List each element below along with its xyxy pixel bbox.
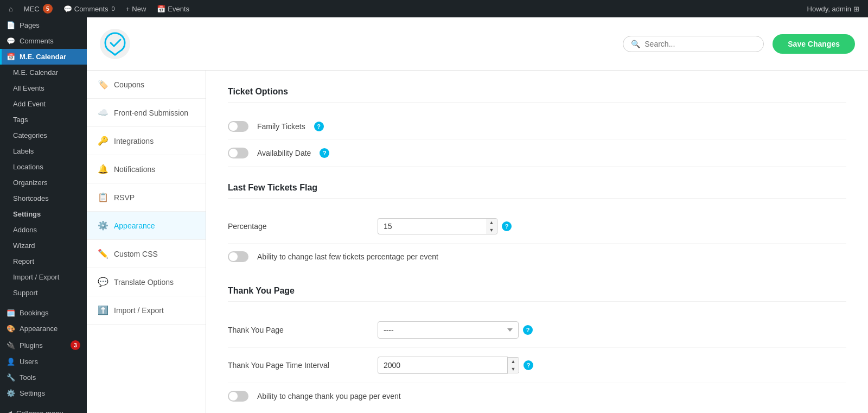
tab-appearance[interactable]: ⚙️ Appearance (87, 212, 206, 240)
new-link[interactable]: + New (122, 0, 151, 17)
coupons-icon: 🏷️ (98, 79, 108, 90)
thank-you-time-input[interactable] (378, 357, 508, 374)
settings-content: Ticket Options Family Tickets ? Availabi… (206, 71, 868, 413)
plugins-icon: 🔌 (7, 341, 15, 350)
tab-notifications[interactable]: 🔔 Notifications (87, 155, 206, 183)
thank-you-page-help[interactable]: ? (523, 325, 533, 335)
percentage-help[interactable]: ? (502, 221, 512, 231)
percentage-down[interactable]: ▼ (486, 226, 497, 234)
events-link[interactable]: 📅 Events (152, 0, 194, 17)
tab-import-export[interactable]: ⬆️ Import / Export (87, 296, 206, 325)
comment-icon: 💬 (63, 5, 72, 13)
sidebar-item-wizard[interactable]: Wizard (0, 238, 87, 253)
availability-date-toggle[interactable] (228, 148, 248, 158)
sidebar-item-report[interactable]: Report (0, 253, 87, 269)
thank-you-page-label: Thank You Page (228, 326, 369, 334)
site-name[interactable]: MEC 5 (20, 0, 57, 17)
sidebar-item-shortcodes[interactable]: Shortcodes (0, 190, 87, 206)
calendar-icon: 📅 (7, 53, 15, 61)
sidebar-item-comments[interactable]: 💬 Comments (0, 33, 87, 49)
sidebar-item-me-calendar-sub[interactable]: M.E. Calendar (0, 65, 87, 80)
tab-integrations[interactable]: 🔑 Integrations (87, 127, 206, 155)
tab-rsvp[interactable]: 📋 RSVP (87, 183, 206, 212)
percentage-input[interactable] (378, 218, 486, 234)
admin-bar-right: Howdy, admin ⊞ (803, 0, 864, 17)
users-icon: 👤 (7, 358, 15, 366)
import-export-icon: ⬆️ (98, 305, 108, 315)
time-up[interactable]: ▲ (508, 358, 519, 365)
thank-you-page-input-group: ---- ? (378, 321, 533, 339)
content-area: 🔍 Save Changes 🏷️ Coupons ☁️ Front-end S… (87, 17, 868, 413)
sidebar-item-import-export-sub[interactable]: Import / Export (0, 269, 87, 285)
per-event-tickets-row: Ability to change last few tickets perce… (228, 244, 846, 270)
sidebar-item-organizers[interactable]: Organizers (0, 175, 87, 190)
family-tickets-label: Family Tickets (257, 122, 305, 131)
comments-link[interactable]: 💬 Comments 0 (59, 0, 119, 17)
thank-you-time-help[interactable]: ? (524, 360, 533, 370)
howdy-link[interactable]: Howdy, admin ⊞ (803, 0, 864, 17)
search-input[interactable] (644, 40, 756, 48)
plugin-logo (100, 29, 130, 59)
comments-icon: 💬 (7, 37, 15, 45)
availability-date-row: Availability Date ? (228, 140, 846, 167)
per-event-thank-you-row: Ability to change thank you page per eve… (228, 383, 846, 409)
tab-frontend-submission[interactable]: ☁️ Front-end Submission (87, 99, 206, 127)
collapse-icon: ◀ (7, 409, 12, 413)
sidebar-item-tools[interactable]: 🔧 Tools (0, 370, 87, 385)
search-icon: 🔍 (631, 40, 640, 48)
sidebar-item-support[interactable]: Support (0, 285, 87, 301)
family-tickets-help[interactable]: ? (314, 122, 324, 131)
save-button[interactable]: Save Changes (773, 34, 855, 54)
sidebar-item-pages[interactable]: 📄 Pages (0, 17, 87, 33)
thank-you-time-row: Thank You Page Time Interval ▲ ▼ ? (228, 348, 846, 383)
availability-date-help[interactable]: ? (320, 148, 329, 158)
sidebar-item-me-calendar[interactable]: 📅 M.E. Calendar (0, 49, 87, 65)
sidebar-item-appearance[interactable]: 🎨 Appearance (0, 321, 87, 336)
custom-css-icon: ✏️ (98, 249, 108, 259)
sidebar-item-add-event[interactable]: Add Event (0, 96, 87, 112)
main-layout: 📄 Pages 💬 Comments 📅 M.E. Calendar M.E. … (0, 17, 868, 413)
sidebar-item-settings-main[interactable]: ⚙️ Settings (0, 385, 87, 401)
tab-coupons[interactable]: 🏷️ Coupons (87, 71, 206, 99)
sidebar-item-plugins[interactable]: 🔌 Plugins 3 (0, 336, 87, 354)
sidebar-item-collapse[interactable]: ◀ Collapse menu (0, 405, 87, 413)
tools-icon: 🔧 (7, 373, 15, 382)
sidebar-item-tags[interactable]: Tags (0, 112, 87, 128)
sidebar: 📄 Pages 💬 Comments 📅 M.E. Calendar M.E. … (0, 17, 87, 413)
search-box: 🔍 (623, 36, 764, 52)
settings-sidebar: 🏷️ Coupons ☁️ Front-end Submission 🔑 Int… (87, 71, 206, 413)
appearance-icon: 🎨 (7, 325, 15, 333)
percentage-up[interactable]: ▲ (486, 219, 497, 226)
tab-translate-options[interactable]: 💬 Translate Options (87, 268, 206, 296)
update-badge: 5 (43, 4, 53, 14)
tab-custom-css[interactable]: ✏️ Custom CSS (87, 240, 206, 268)
thank-you-time-label: Thank You Page Time Interval (228, 361, 369, 370)
admin-bar: ⌂ MEC 5 💬 Comments 0 + New 📅 Events Howd… (0, 0, 868, 17)
family-tickets-row: Family Tickets ? (228, 113, 846, 140)
rsvp-icon: 📋 (98, 192, 108, 202)
per-event-tickets-toggle[interactable] (228, 251, 248, 262)
sidebar-item-categories[interactable]: Categories (0, 128, 87, 143)
bookings-icon: 🗓️ (7, 309, 15, 317)
sidebar-item-settings[interactable]: Settings (0, 206, 87, 222)
sidebar-item-locations[interactable]: Locations (0, 159, 87, 175)
sidebar-item-users[interactable]: 👤 Users (0, 354, 87, 370)
sidebar-item-all-events[interactable]: All Events (0, 80, 87, 96)
plugins-badge: 3 (71, 340, 80, 350)
percentage-row: Percentage ▲ ▼ ? (228, 209, 846, 244)
per-event-thank-you-toggle[interactable] (228, 391, 248, 402)
notifications-icon: 🔔 (98, 164, 108, 174)
thank-you-page-title: Thank You Page (228, 286, 846, 302)
appearance-settings-icon: ⚙️ (98, 220, 108, 231)
sidebar-item-addons[interactable]: Addons (0, 222, 87, 238)
sidebar-item-labels[interactable]: Labels (0, 143, 87, 159)
sidebar-item-bookings[interactable]: 🗓️ Bookings (0, 305, 87, 321)
wp-icon: ⌂ (9, 5, 13, 13)
time-down[interactable]: ▼ (508, 365, 519, 373)
thank-you-page-row: Thank You Page ---- ? (228, 313, 846, 348)
thank-you-page-select[interactable]: ---- (378, 321, 519, 339)
wp-logo[interactable]: ⌂ (4, 0, 17, 17)
family-tickets-toggle[interactable] (228, 121, 248, 132)
percentage-label: Percentage (228, 222, 369, 231)
frontend-icon: ☁️ (98, 107, 108, 118)
